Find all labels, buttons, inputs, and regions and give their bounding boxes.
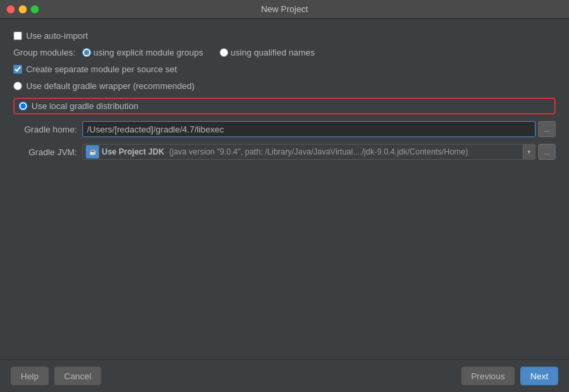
- auto-import-checkbox[interactable]: [13, 31, 22, 40]
- window-title: New Project: [261, 4, 308, 14]
- title-bar: New Project: [0, 0, 569, 19]
- local-gradle-label: Use local gradle distribution: [31, 101, 139, 111]
- cancel-button[interactable]: Cancel: [54, 367, 101, 385]
- separate-module-label: Create separate module per source set: [26, 64, 177, 74]
- gradle-jvm-label: Gradle JVM:: [13, 147, 77, 157]
- default-gradle-row: Use default gradle wrapper (recommended): [13, 81, 556, 91]
- group-modules-radio-qualified[interactable]: [220, 48, 228, 57]
- gradle-jvm-input-wrap: ☕ Use Project JDK (java version "9.0.4",…: [82, 144, 556, 160]
- auto-import-row: Use auto-import: [13, 31, 556, 41]
- jdk-icon: ☕: [86, 145, 99, 159]
- group-modules-label-qualified: using qualified names: [231, 47, 315, 58]
- separate-module-row: Create separate module per source set: [13, 64, 556, 74]
- group-modules-label-explicit: using explicit module groups: [94, 47, 204, 58]
- default-gradle-radio[interactable]: [13, 82, 22, 90]
- gradle-jvm-browse-button[interactable]: ...: [538, 144, 556, 160]
- next-button[interactable]: Next: [520, 367, 558, 385]
- main-content: Use auto-import Group modules: using exp…: [0, 19, 569, 359]
- maximize-button[interactable]: [31, 5, 39, 13]
- previous-button[interactable]: Previous: [461, 367, 515, 385]
- gradle-home-input[interactable]: [82, 121, 536, 137]
- gradle-home-browse-button[interactable]: ...: [538, 121, 556, 137]
- jvm-dropdown-chevron[interactable]: ▾: [523, 144, 535, 159]
- group-modules-option-explicit[interactable]: using explicit module groups: [82, 47, 206, 58]
- gradle-jvm-text: Use Project JDK (java version "9.0.4", p…: [102, 147, 523, 157]
- gradle-jvm-detail: (java version "9.0.4", path: /Library/Ja…: [169, 147, 469, 157]
- local-gradle-radio[interactable]: [19, 102, 27, 110]
- local-gradle-row: Use local gradle distribution: [13, 98, 556, 114]
- navigation-buttons: Previous Next: [461, 367, 558, 385]
- default-gradle-label: Use default gradle wrapper (recommended): [26, 81, 194, 91]
- window-controls[interactable]: [7, 5, 39, 13]
- separate-module-checkbox[interactable]: [13, 65, 22, 74]
- gradle-jvm-main-label: Use Project JDK: [102, 147, 164, 157]
- gradle-jvm-dropdown[interactable]: ☕ Use Project JDK (java version "9.0.4",…: [82, 144, 536, 160]
- close-button[interactable]: [7, 5, 15, 13]
- group-modules-option-qualified[interactable]: using qualified names: [220, 47, 318, 58]
- help-button[interactable]: Help: [11, 367, 49, 385]
- gradle-home-row: Gradle home: ...: [13, 121, 556, 137]
- group-modules-row: Group modules: using explicit module gro…: [13, 47, 556, 58]
- auto-import-label: Use auto-import: [26, 31, 88, 41]
- group-modules-label: Group modules:: [13, 47, 76, 58]
- minimize-button[interactable]: [19, 5, 27, 13]
- gradle-home-input-wrap: ...: [82, 121, 556, 137]
- group-modules-radio-explicit[interactable]: [82, 48, 91, 57]
- gradle-home-label: Gradle home:: [13, 124, 77, 134]
- bottom-bar: Help Cancel Previous Next: [0, 359, 569, 392]
- gradle-jvm-row: Gradle JVM: ☕ Use Project JDK (java vers…: [13, 144, 556, 160]
